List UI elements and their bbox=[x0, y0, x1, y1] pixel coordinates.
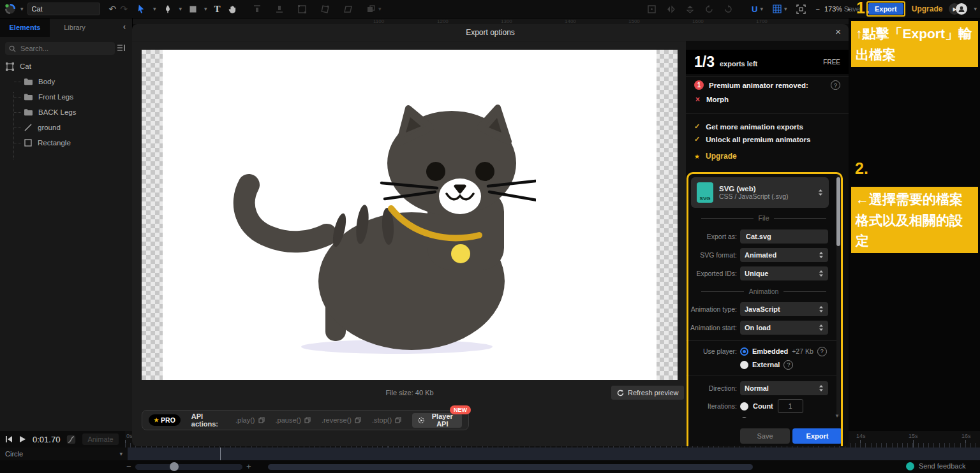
track-header-circle[interactable]: Circle ▾ bbox=[0, 448, 128, 460]
panel-scrollbar[interactable] bbox=[836, 175, 840, 417]
snapping-icon[interactable]: U bbox=[752, 4, 757, 14]
api-action-pause[interactable]: .pause() bbox=[276, 416, 311, 424]
tab-elements[interactable]: Elements bbox=[0, 18, 50, 37]
text-tool-icon[interactable]: T bbox=[214, 4, 221, 15]
radio-infinite[interactable] bbox=[740, 418, 748, 419]
copy-icon[interactable] bbox=[355, 417, 361, 423]
api-action-play[interactable]: .play() bbox=[235, 416, 265, 424]
layer-row-ground[interactable]: ground bbox=[14, 120, 61, 135]
copy-icon[interactable] bbox=[395, 417, 401, 423]
scale-tool-icon[interactable] bbox=[297, 4, 307, 14]
zoom-level-value[interactable]: 173% bbox=[824, 5, 842, 13]
scroll-down-chevron-icon[interactable]: ▼ bbox=[835, 413, 840, 419]
player-api-button[interactable]: Player API NEW bbox=[412, 413, 462, 428]
align-top-icon[interactable] bbox=[253, 4, 262, 13]
layer-list-options-icon[interactable] bbox=[117, 43, 126, 52]
send-feedback-link[interactable]: Send feedback bbox=[919, 462, 965, 470]
shape-tool-icon[interactable] bbox=[189, 5, 197, 13]
feedback-icon[interactable] bbox=[906, 462, 914, 470]
close-icon[interactable]: × bbox=[835, 26, 841, 37]
tutorial-step1-number: 1. bbox=[856, 0, 870, 17]
collapse-sidebar-icon[interactable]: ‹ bbox=[123, 22, 126, 31]
panel-scrollbar-thumb[interactable] bbox=[836, 177, 840, 246]
radio-embedded[interactable] bbox=[740, 347, 748, 356]
timeline-horizontal-scrollbar[interactable] bbox=[268, 464, 753, 470]
frame-icon[interactable] bbox=[647, 4, 657, 14]
animation-type-select[interactable]: JavaScript bbox=[740, 302, 828, 316]
api-action-reverse[interactable]: .reverse() bbox=[322, 416, 361, 424]
shape-tool-caret-icon[interactable]: ▾ bbox=[204, 6, 207, 12]
layer-row-rectangle[interactable]: Rectangle bbox=[14, 135, 71, 150]
redo-icon[interactable]: ↷ bbox=[120, 4, 128, 13]
export-confirm-button[interactable]: Export bbox=[792, 428, 842, 444]
radio-count[interactable] bbox=[740, 402, 748, 411]
flip-horizontal-icon[interactable] bbox=[666, 4, 676, 14]
app-logo-icon[interactable] bbox=[4, 3, 17, 15]
export-as-input[interactable] bbox=[745, 232, 824, 241]
fit-to-screen-icon[interactable] bbox=[796, 4, 806, 14]
field-iterations-clipped-option bbox=[686, 416, 831, 418]
format-selector[interactable]: SVG SVG (web) CSS / JavaScript (.svg) bbox=[691, 177, 829, 208]
layer-row-front-legs[interactable]: Front Legs bbox=[14, 89, 73, 105]
grid-icon[interactable] bbox=[773, 4, 782, 13]
flip-vertical-icon[interactable] bbox=[685, 4, 695, 14]
pen-tool-caret-icon[interactable]: ▾ bbox=[179, 6, 182, 12]
help-icon[interactable]: ? bbox=[831, 80, 840, 90]
upgrade-link[interactable]: Upgrade bbox=[912, 4, 943, 13]
undo-icon[interactable]: ↶ bbox=[109, 4, 117, 13]
svg-format-select[interactable]: Animated bbox=[740, 248, 828, 262]
export-button[interactable]: Export bbox=[868, 3, 903, 15]
help-icon[interactable]: ? bbox=[817, 347, 827, 356]
copy-icon[interactable] bbox=[258, 417, 265, 423]
select-tool-caret-icon[interactable]: ▾ bbox=[153, 6, 156, 12]
skip-to-start-icon[interactable] bbox=[5, 435, 13, 443]
account-caret-icon[interactable]: ▾ bbox=[974, 6, 977, 12]
zoom-out-button[interactable]: − bbox=[815, 5, 819, 13]
snapping-caret-icon[interactable]: ▾ bbox=[760, 6, 763, 12]
upgrade-link-panel[interactable]: Upgrade bbox=[706, 152, 737, 161]
timeline-zoom-handle[interactable] bbox=[170, 462, 179, 471]
group-tool-icon[interactable] bbox=[366, 4, 376, 14]
easing-icon[interactable] bbox=[66, 435, 76, 444]
exported-ids-select[interactable]: Unique bbox=[740, 266, 828, 280]
help-icon[interactable]: ? bbox=[783, 360, 793, 370]
project-name-input[interactable] bbox=[27, 3, 100, 15]
pen-tool-icon[interactable] bbox=[163, 4, 172, 14]
player-api-icon bbox=[418, 416, 424, 425]
save-settings-button[interactable]: Save bbox=[740, 428, 790, 444]
rotate-tool-icon[interactable] bbox=[320, 4, 330, 14]
layer-row-back-legs[interactable]: BACK Legs bbox=[14, 105, 76, 120]
layer-row-cat[interactable]: Cat bbox=[5, 59, 31, 74]
field-label: Exported IDs: bbox=[686, 270, 737, 277]
hand-tool-icon[interactable] bbox=[228, 4, 237, 14]
ruler-label: 1700 bbox=[756, 18, 768, 24]
field-direction: Direction: Normal bbox=[686, 381, 831, 395]
animate-button[interactable]: Animate bbox=[82, 433, 118, 445]
select-tool-icon[interactable] bbox=[137, 4, 146, 14]
direction-select[interactable]: Normal bbox=[740, 381, 828, 395]
timeline-zoom-in[interactable]: + bbox=[246, 462, 251, 471]
skew-tool-icon[interactable] bbox=[343, 4, 353, 14]
track-caret-icon[interactable]: ▾ bbox=[119, 451, 122, 457]
playhead[interactable] bbox=[220, 448, 221, 460]
logo-menu-caret-icon[interactable]: ▾ bbox=[20, 6, 24, 12]
iterations-count-input[interactable] bbox=[778, 399, 803, 413]
tab-library[interactable]: Library bbox=[52, 18, 98, 37]
avatar[interactable] bbox=[956, 3, 967, 15]
group-tool-caret-icon[interactable]: ▾ bbox=[378, 6, 382, 12]
align-bottom-icon[interactable] bbox=[275, 4, 284, 13]
grid-caret-icon[interactable]: ▾ bbox=[784, 6, 787, 12]
refresh-preview-button[interactable]: Refresh preview bbox=[611, 386, 684, 400]
rotate-right-icon[interactable] bbox=[724, 4, 733, 14]
layer-row-body[interactable]: Body bbox=[14, 74, 55, 89]
play-icon[interactable] bbox=[19, 435, 26, 443]
animation-start-select[interactable]: On load bbox=[740, 321, 828, 335]
timeline-zoom-out[interactable]: − bbox=[126, 462, 131, 471]
api-action-stop[interactable]: .stop() bbox=[372, 416, 401, 424]
search-input[interactable] bbox=[19, 44, 92, 53]
timeline-zoom-slider[interactable] bbox=[135, 464, 242, 470]
rotate-left-icon[interactable] bbox=[704, 4, 714, 14]
field-iterations: Iterations: Count bbox=[686, 400, 831, 412]
radio-external[interactable] bbox=[740, 361, 748, 369]
copy-icon[interactable] bbox=[304, 417, 311, 423]
